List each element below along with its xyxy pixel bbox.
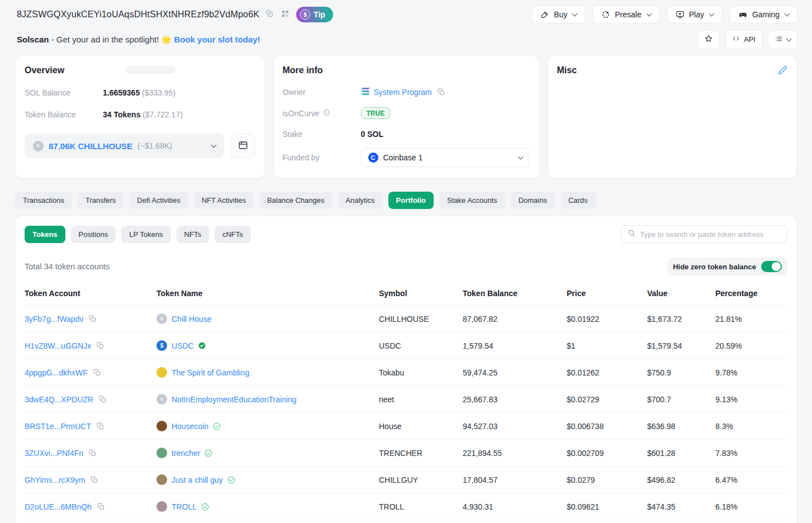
token-account-link[interactable]: D2oLUE...6MBnQh <box>25 502 92 511</box>
api-button[interactable]: API <box>725 30 762 49</box>
subtab-lp-tokens[interactable]: LP Tokens <box>121 226 170 243</box>
percentage-cell: 9.13% <box>715 395 787 404</box>
copy-icon[interactable] <box>96 502 106 511</box>
tab-transactions[interactable]: Transactions <box>15 192 72 209</box>
tab-portfolio[interactable]: Portfolio <box>388 192 434 209</box>
funded-by-dropdown[interactable]: C Coinbase 1 <box>361 148 530 167</box>
value-cell: $1,673.72 <box>647 315 715 324</box>
token-account-link[interactable]: GhYims...rcX9ym <box>25 476 85 484</box>
copy-address-button[interactable] <box>265 9 274 20</box>
copy-icon[interactable] <box>88 448 97 458</box>
tab-balance-changes[interactable]: Balance Changes <box>259 192 333 209</box>
percentage-cell: 6.18% <box>715 502 787 511</box>
token-account-link[interactable]: 4ppgpG...dkhxWF <box>25 368 88 377</box>
token-name-link[interactable]: The Spirit of Gambling <box>172 368 249 377</box>
gaming-button[interactable]: Gaming <box>730 6 797 23</box>
toggle-switch[interactable] <box>761 261 782 272</box>
symbol-cell: House <box>379 422 463 431</box>
percentage-cell: 20.59% <box>715 341 787 350</box>
wallet-portfolio-button[interactable] <box>231 134 255 158</box>
list-menu-button[interactable] <box>768 30 797 49</box>
copy-icon[interactable] <box>98 394 107 404</box>
token-name-link[interactable]: TROLL <box>172 502 197 511</box>
token-account-link[interactable]: BRST1e...PrmUCT <box>25 422 91 431</box>
subtab-positions[interactable]: Positions <box>71 226 116 243</box>
favorite-button[interactable] <box>697 30 720 49</box>
qr-code-button[interactable] <box>280 8 291 21</box>
token-name-link[interactable]: Chill House <box>172 315 212 324</box>
list-icon <box>775 35 783 44</box>
token-name-cell: Housecoin <box>156 421 379 431</box>
token-logo-icon: ≡ <box>156 394 167 405</box>
token-account-link[interactable]: 3ZUXvi...PNf4Fn <box>25 449 83 458</box>
verified-check-icon <box>213 422 221 430</box>
is-on-curve-badge: TRUE <box>361 107 391 119</box>
token-logo-icon: $ <box>156 340 167 351</box>
misc-title: Misc <box>557 65 788 75</box>
token-logo-icon <box>156 501 167 512</box>
token-search-input[interactable] <box>640 230 781 239</box>
price-cell: $0.002709 <box>567 449 647 458</box>
token-account-cell: 4ppgpG...dkhxWF <box>25 368 156 377</box>
copy-icon[interactable] <box>89 475 99 484</box>
token-name-link[interactable]: USDC <box>172 341 194 350</box>
edit-misc-button[interactable] <box>778 65 787 77</box>
token-name-cell: The Spirit of Gambling <box>156 367 379 378</box>
chevron-down-icon <box>785 11 790 17</box>
buy-button[interactable]: Buy <box>532 6 585 23</box>
owner-label: Owner <box>283 88 361 97</box>
copy-icon[interactable] <box>96 341 105 350</box>
tab-analytics[interactable]: Analytics <box>338 192 383 209</box>
subtab-tokens[interactable]: Tokens <box>25 226 65 243</box>
copy-icon[interactable] <box>92 368 102 377</box>
chevron-down-icon <box>786 36 792 41</box>
more-info-card: More info Owner System Program isOnCurve… <box>273 55 539 178</box>
tab-nft-activities[interactable]: NFT Activities <box>194 192 254 209</box>
top-bar: 8JZSWGQXyukCEYi1oUAqsDHtSHXtNHREzf9b2VdM… <box>0 0 812 27</box>
percentage-cell: 6.47% <box>715 476 787 484</box>
presale-button[interactable]: Presale <box>593 6 659 23</box>
token-name-link[interactable]: Just a chill guy <box>172 476 223 484</box>
owner-link[interactable]: System Program <box>361 88 432 97</box>
token-balance-label: Token Balance <box>25 110 103 119</box>
token-account-link[interactable]: 3dwE4Q...XPDUZR <box>25 395 93 404</box>
percentage-cell: 21.81% <box>715 315 787 324</box>
token-logo-icon <box>156 367 167 378</box>
sparkle-emoji: 🌟 <box>161 35 172 44</box>
tab-stake-accounts[interactable]: Stake Accounts <box>439 192 505 209</box>
token-account-link[interactable]: H1vZ8W...uGGNJx <box>25 341 91 350</box>
presale-icon <box>601 10 610 19</box>
info-icon <box>323 109 330 118</box>
tip-button[interactable]: $ Tip <box>296 7 333 22</box>
copy-owner-button[interactable] <box>436 87 446 97</box>
column-header-price: Price <box>567 289 647 298</box>
hide-zero-balance-toggle[interactable]: Hide zero token balance <box>667 258 787 275</box>
copy-icon[interactable] <box>96 421 105 431</box>
subtab-nfts[interactable]: NFTs <box>177 226 209 243</box>
symbol-cell: Tokabu <box>379 368 463 377</box>
presale-label: Presale <box>615 10 641 19</box>
column-header-value: Value <box>647 289 715 298</box>
book-slot-link[interactable]: Book your slot today! <box>174 35 260 44</box>
token-name-link[interactable]: trencher <box>172 449 200 458</box>
token-selector-dropdown[interactable]: ≡ 87.06K CHILLHOUSE (~$1.68K) <box>25 134 224 158</box>
copy-icon[interactable] <box>88 314 97 324</box>
column-header-token-balance: Token Balance <box>463 289 567 298</box>
play-button[interactable]: Play <box>667 6 722 23</box>
ad-banner-text: Solscan - Get your ad in the spotlight! … <box>17 35 260 45</box>
column-header-percentage: Percentage <box>715 289 787 298</box>
buy-label: Buy <box>554 10 567 19</box>
token-name-cell: trencher <box>156 448 379 458</box>
tab-cards[interactable]: Cards <box>561 192 596 209</box>
token-balance-cell: 25,667.83 <box>463 395 567 404</box>
subtab-cnfts[interactable]: cNFTs <box>215 226 251 243</box>
tab-domains[interactable]: Domains <box>511 192 555 209</box>
tab-defi-activities[interactable]: Defi Activities <box>129 192 188 209</box>
tab-transfers[interactable]: Transfers <box>78 192 124 209</box>
token-name-link[interactable]: Housecoin <box>172 422 208 431</box>
stake-label: Stake <box>283 130 361 139</box>
token-name-link[interactable]: NotInEmploymentEducationTraining <box>172 395 297 404</box>
header-nav-buttons: Buy Presale Play Gaming <box>532 6 797 23</box>
token-account-link[interactable]: 3yFb7g...fWapdv <box>25 315 83 324</box>
table-row: 3dwE4Q...XPDUZR ≡ NotInEmploymentEducati… <box>25 386 787 413</box>
